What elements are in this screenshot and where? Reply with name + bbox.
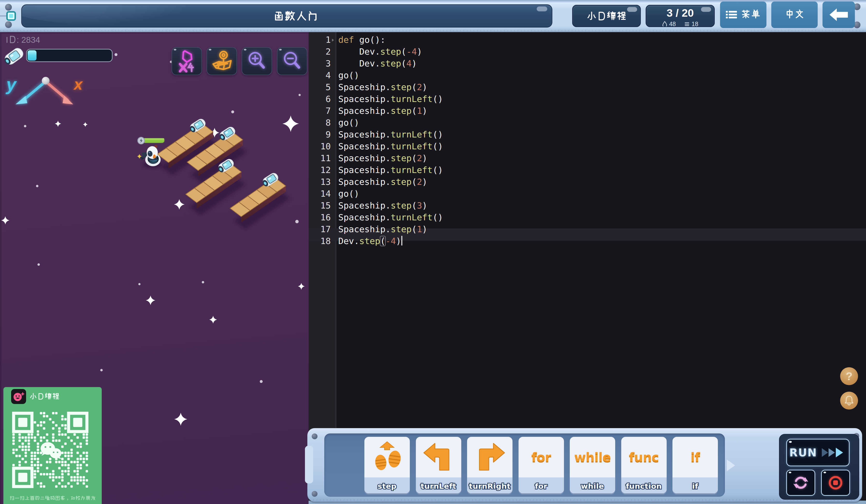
line-number: 6 — [309, 93, 331, 105]
svg-text:x: x — [73, 76, 83, 93]
block-label: step — [364, 482, 410, 491]
code-text: Spaceship.step(2) — [338, 81, 428, 93]
code-line[interactable]: 2 Dev.step(-4) — [309, 46, 866, 57]
step-feet-icon — [369, 440, 405, 474]
qr-code — [12, 412, 88, 488]
code-line[interactable]: 17Spaceship.step(1) — [309, 223, 866, 235]
code-line[interactable]: 12Spaceship.turnLeft() — [309, 164, 866, 176]
line-number: 17 — [309, 223, 331, 235]
code-line[interactable]: 7Spaceship.step(1) — [309, 105, 866, 117]
stop-icon — [826, 473, 845, 492]
block-tile-turnRight[interactable]: turnRight — [467, 437, 512, 493]
qr-card-caption — [3, 495, 102, 501]
code-line[interactable]: 13Spaceship.step(2) — [309, 176, 866, 188]
tray-scroll-arrow[interactable] — [727, 460, 735, 471]
run-button-label: RUN — [789, 446, 817, 459]
line-number: 14 — [309, 188, 331, 200]
astronaut — [137, 145, 163, 168]
stop-button[interactable] — [821, 470, 850, 496]
block-label: function — [621, 482, 667, 491]
axis-indicator: y x — [5, 75, 83, 104]
line-number: 16 — [309, 211, 331, 223]
sparkle-star — [55, 121, 61, 127]
line-number: 18 — [309, 235, 331, 247]
code-line[interactable]: 9Spaceship.turnLeft() — [309, 128, 866, 141]
block-word-icon: func — [621, 450, 667, 464]
code-line[interactable]: 8go() — [309, 117, 866, 128]
fold-arrow-icon[interactable] — [332, 39, 334, 42]
run-button[interactable]: RUN — [786, 439, 850, 466]
game-viewport[interactable]: y x — [0, 32, 309, 504]
map-button[interactable] — [207, 47, 237, 75]
star-dot — [24, 125, 26, 127]
line-number: 1 — [309, 34, 331, 46]
block-tile-step[interactable]: step — [364, 437, 410, 493]
level-progress: 3 / 20 — [646, 7, 714, 19]
code-line[interactable]: 14go() — [309, 188, 866, 200]
star-dot — [295, 220, 299, 223]
dock-handle[interactable] — [305, 446, 313, 483]
reset-button[interactable] — [786, 470, 815, 496]
speed-button[interactable] — [171, 47, 202, 75]
menu-button[interactable] — [720, 1, 766, 28]
code-line[interactable]: 1def go(): — [309, 34, 866, 46]
menu-button-label — [741, 9, 760, 21]
code-line[interactable]: 11Spaceship.step(2) — [309, 152, 866, 164]
qr-card-title — [30, 392, 59, 401]
code-line[interactable]: 4go() — [309, 69, 866, 81]
language-button[interactable] — [771, 1, 818, 28]
code-line[interactable]: 18Dev.step(-4) — [309, 235, 866, 247]
zoom-in-button[interactable] — [242, 47, 272, 75]
back-button[interactable] — [822, 1, 855, 28]
brand-button[interactable] — [572, 5, 641, 27]
block-tile-function[interactable]: funcfunction — [621, 437, 667, 493]
block-label: while — [570, 482, 615, 491]
code-line[interactable]: 3 Dev.step(4) — [309, 57, 866, 69]
sparkle-star — [83, 122, 88, 127]
block-tile-turnLeft[interactable]: turnLeft — [416, 437, 461, 493]
gloss-highlight — [789, 472, 791, 473]
top-bar: 3 / 20 48 18 — [0, 0, 866, 32]
code-line[interactable]: 5Spaceship.step(2) — [309, 81, 866, 93]
code-text: Spaceship.turnLeft() — [338, 93, 443, 105]
code-line[interactable]: 10Spaceship.turnLeft() — [309, 141, 866, 152]
wechat-logo — [41, 442, 62, 459]
help-button[interactable]: ? — [840, 367, 858, 385]
code-text: Spaceship.step(3) — [338, 200, 428, 211]
code-line[interactable]: 16Spaceship.turnLeft() — [309, 211, 866, 223]
gloss-highlight — [789, 441, 792, 443]
line-number: 3 — [309, 57, 331, 69]
code-text: Spaceship.turnLeft() — [338, 211, 443, 223]
sparkle-star — [209, 316, 217, 324]
level-title-bar — [21, 4, 552, 27]
player-id-label: I: 2834 — [6, 35, 40, 45]
star-dot — [202, 281, 204, 283]
code-text: Dev.step(4) — [338, 57, 417, 69]
code-line[interactable]: 6Spaceship.turnLeft() — [309, 93, 866, 105]
screw-icon — [5, 21, 12, 28]
notification-button[interactable] — [840, 392, 858, 410]
zoom-in-icon — [245, 49, 268, 73]
sparkle-star — [282, 115, 299, 132]
app-logo — [11, 389, 26, 404]
line-number: 15 — [309, 200, 331, 211]
code-line[interactable]: 15Spaceship.step(3) — [309, 200, 866, 211]
line-number: 11 — [309, 152, 331, 164]
code-text: Spaceship.turnLeft() — [338, 164, 443, 176]
run-panel: RUN — [779, 434, 859, 500]
turn-left-icon — [420, 440, 457, 474]
brand-button-label — [573, 5, 640, 26]
block-tile-for[interactable]: forfor — [519, 437, 564, 493]
sparkle-star — [298, 283, 305, 290]
block-tile-if[interactable]: ifif — [673, 437, 718, 493]
zoom-out-button[interactable] — [277, 47, 307, 75]
screw-icon — [5, 4, 12, 11]
code-text: go() — [338, 117, 359, 128]
block-tile-while[interactable]: whilewhile — [570, 437, 615, 493]
block-word-icon: if — [673, 450, 718, 464]
code-text: go() — [338, 69, 359, 81]
connector-icon — [6, 11, 16, 21]
energy-progress-bar — [26, 49, 113, 62]
code-text: Spaceship.turnLeft() — [338, 128, 443, 141]
play-triple-icon — [821, 447, 846, 459]
